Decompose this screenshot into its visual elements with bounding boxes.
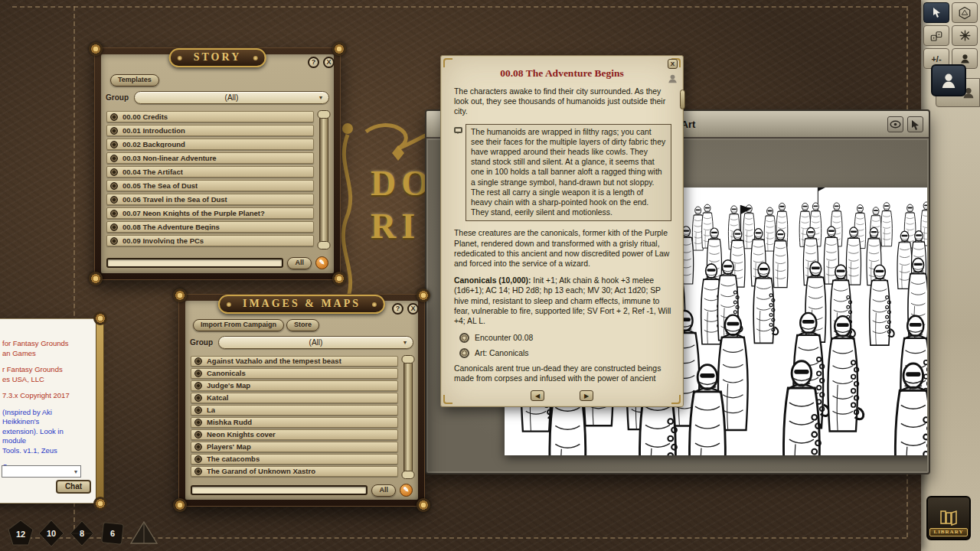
all-filter-button[interactable]: All (287, 257, 312, 269)
all-filter-button[interactable]: All (371, 484, 396, 497)
import-from-campaign-button[interactable]: Import From Campaign (193, 319, 284, 331)
entry-bullet-icon (110, 168, 118, 176)
entry-bullet-icon (110, 113, 118, 121)
encounter-link[interactable]: Encounter 00.08 (459, 333, 671, 343)
frame-knot (416, 289, 430, 302)
top-toolbar: +/- (923, 2, 978, 69)
frame-knot (173, 289, 187, 302)
previous-page-button[interactable]: ◀ (531, 390, 544, 401)
chat-mode-select[interactable]: ▾ (2, 465, 81, 478)
entry-bullet-icon (194, 443, 202, 451)
story-list-item[interactable]: 00.09 Involving the PCs (106, 235, 314, 246)
images-window-title[interactable]: IMAGES & MAPS (218, 295, 385, 314)
image-list-item[interactable]: Canonicals (191, 368, 398, 379)
image-list-item[interactable]: Katcal (191, 393, 398, 403)
group-dropdown[interactable]: (All) ▾ (218, 336, 413, 349)
frame-knot (89, 272, 103, 285)
d10-die[interactable]: 10 (37, 519, 66, 548)
page-scroll-handle[interactable] (680, 90, 685, 109)
image-list: Against Vazhalo and the tempest beast Ca… (191, 356, 398, 478)
books-icon (939, 509, 959, 526)
frame-knot (332, 42, 346, 56)
d6-die[interactable]: 6 (98, 519, 127, 548)
d20-die-button[interactable] (952, 2, 978, 23)
entry-bullet-icon (110, 141, 118, 148)
group-label: Group (190, 338, 213, 347)
svg-text:8: 8 (80, 529, 84, 538)
svg-text:12: 12 (16, 530, 25, 539)
image-list-item[interactable]: Judge's Map (191, 380, 398, 391)
story-list-item[interactable]: 00.03 Non-linear Adventure (106, 152, 314, 164)
d12-die[interactable]: 12 (6, 519, 35, 548)
entry-bullet-icon (194, 357, 202, 365)
frame-knot (332, 272, 346, 285)
entry-bullet-icon (194, 455, 202, 463)
page-corner-ornament (443, 395, 452, 404)
image-list-item[interactable]: The Garand of Unknown Xastro (191, 466, 398, 477)
close-button[interactable]: X (407, 303, 419, 315)
store-button[interactable]: Store (286, 319, 319, 331)
story-window-title[interactable]: STORY (169, 48, 266, 67)
image-list-item[interactable]: Against Vazhalo and the tempest beast (191, 356, 398, 367)
chevron-down-icon: ▾ (74, 466, 77, 478)
templates-button[interactable]: Templates (110, 74, 159, 86)
story-window[interactable]: STORY ? X Templates Group (All) ▾ 00.00 … (94, 47, 341, 280)
image-list-item[interactable]: La (191, 405, 398, 416)
story-list-item[interactable]: 00.05 The Sea of Dust (106, 180, 314, 191)
pc-button[interactable] (931, 64, 966, 96)
chat-window[interactable]: for Fantasy Grounds an Games r Fantasy G… (0, 318, 98, 504)
d4-die[interactable] (129, 519, 159, 548)
art-link[interactable]: Art: Canonicals (459, 348, 671, 358)
pointer-tool-button[interactable] (923, 2, 949, 23)
encounter-link-icon (459, 333, 469, 343)
filter-input[interactable] (191, 485, 368, 495)
chat-line: r Fantasy Grounds (2, 365, 87, 375)
image-list-item[interactable]: Players' Map (191, 442, 398, 452)
scrollbar[interactable] (403, 357, 413, 477)
chat-line: (Inspired by Aki Heikkinen's (2, 408, 87, 427)
help-button[interactable]: ? (308, 57, 319, 68)
story-list-item[interactable]: 00.01 Introduction (106, 125, 314, 136)
story-entry-window[interactable]: X 00.08 The Adventure Begins The charact… (440, 55, 684, 407)
story-list-item[interactable]: 00.08 The Adventure Begins (106, 221, 314, 233)
svg-text:6: 6 (110, 529, 115, 538)
entry-bullet-icon (110, 196, 118, 204)
stat-block: Canonicals (10,000): Init +1; Atk chain … (454, 276, 671, 326)
library-button[interactable]: LIBRARY (926, 496, 971, 540)
pointer-icon[interactable] (907, 116, 923, 132)
read-aloud-box: The humanoids are wrapped in filthy rags… (466, 124, 671, 222)
page-corner-ornament (443, 58, 452, 67)
chat-line: es USA, LLC (2, 375, 87, 385)
group-label: Group (106, 93, 129, 102)
filter-input[interactable] (106, 258, 283, 268)
chat-line: Tools. v1.1, Zeus (2, 446, 87, 456)
chat-log: for Fantasy Grounds an Games r Fantasy G… (2, 339, 87, 472)
entry-bullet-icon (194, 382, 202, 390)
story-list-item[interactable]: 00.07 Neon Knights of the Purple Planet? (106, 207, 314, 219)
dice-stack-button[interactable] (923, 25, 949, 46)
burst-gear-button[interactable] (952, 25, 978, 46)
pc-bust-icon (940, 72, 957, 89)
frame-knot (173, 498, 187, 512)
image-list-item[interactable]: Mishka Rudd (191, 417, 398, 428)
story-list-item[interactable]: 00.02 Background (106, 139, 314, 150)
story-list-item[interactable]: 00.06 Travel in the Sea of Dust (106, 194, 314, 205)
entry-bullet-icon (194, 419, 202, 426)
image-list-item[interactable]: The catacombs (191, 454, 398, 465)
images-window[interactable]: IMAGES & MAPS ? X Import From Campaign S… (178, 294, 425, 507)
group-dropdown[interactable]: (All) ▾ (134, 91, 329, 104)
story-list-item[interactable]: 00.00 Credits (106, 111, 314, 122)
entry-bullet-icon (110, 223, 118, 231)
d8-die[interactable]: 8 (67, 519, 96, 548)
eye-icon[interactable] (887, 116, 903, 132)
help-button[interactable]: ? (392, 303, 403, 315)
edit-button[interactable]: ✎ (315, 256, 328, 269)
scrollbar[interactable] (319, 112, 328, 247)
edit-button[interactable]: ✎ (400, 484, 413, 497)
page-corner-ornament (671, 395, 681, 404)
image-list-item[interactable]: Neon Knights cover (191, 429, 398, 440)
chat-button[interactable]: Chat (56, 480, 91, 494)
story-list-item[interactable]: 00.04 The Artifact (106, 166, 314, 178)
next-page-button[interactable]: ▶ (580, 390, 593, 401)
close-button[interactable]: X (323, 57, 335, 68)
